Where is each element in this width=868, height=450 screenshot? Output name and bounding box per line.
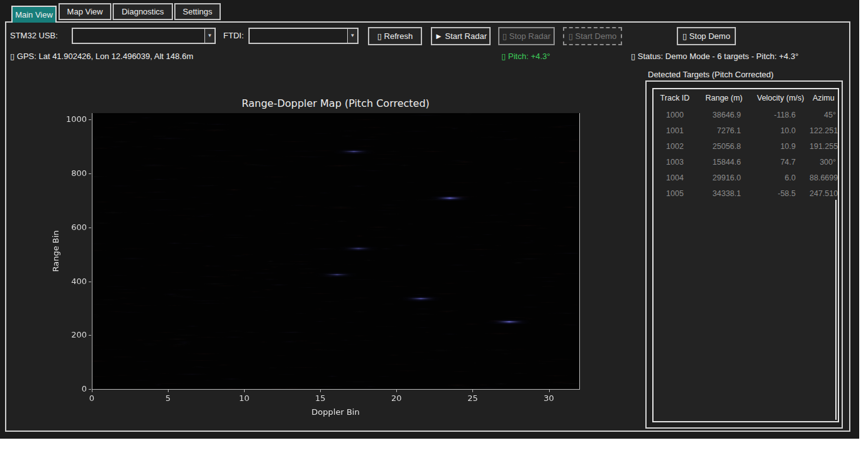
stop-radar-button[interactable]: ▯ Stop Radar <box>498 27 555 45</box>
tickmark <box>89 389 91 390</box>
table-cell: 34338.1 <box>696 189 752 198</box>
app-root: Main ViewMap ViewDiagnosticsSettings STM… <box>0 0 868 450</box>
table-cell: 10.0 <box>752 126 810 135</box>
table-cell: 1000 <box>654 111 696 119</box>
table-cell: 122.2510 <box>810 126 838 135</box>
pitch-status-text: ▯ Pitch: +4.3° <box>501 52 550 61</box>
detected-targets-table[interactable]: Track IDRange (m)Velocity (m/s)Azimu1000… <box>652 88 839 422</box>
tab-main-view[interactable]: Main View <box>11 6 57 23</box>
tick-label: 20 <box>384 393 409 403</box>
table-row[interactable]: 100315844.674.7300° <box>654 154 838 170</box>
x-axis-label: Doppler Bin <box>92 407 579 417</box>
table-cell: 15844.6 <box>696 158 752 167</box>
table-row[interactable]: 100429916.06.088.66998 <box>654 170 838 185</box>
column-header-track-id[interactable]: Track ID <box>654 94 696 102</box>
spine <box>92 113 92 389</box>
spine <box>579 113 580 390</box>
table-cell: 7276.1 <box>696 126 752 135</box>
tab-map-view[interactable]: Map View <box>58 3 111 20</box>
gps-status-text: ▯ GPS: Lat 41.902426, Lon 12.496039, Alt… <box>10 52 193 61</box>
table-row[interactable]: 10017276.110.0122.2510 <box>654 123 838 138</box>
table-cell: 1004 <box>654 173 696 182</box>
ftdi-label: FTDI: <box>223 31 244 40</box>
tickmark <box>89 335 91 336</box>
stop-demo-button[interactable]: ▯ Stop Demo <box>677 27 736 45</box>
tickmark <box>244 390 245 392</box>
tickmark <box>320 390 321 392</box>
table-cell: 88.66998 <box>810 173 838 182</box>
table-cell: 247.5104 <box>810 189 838 198</box>
table-cell: 300° <box>810 158 838 167</box>
start-radar-button[interactable]: ► Start Radar <box>431 27 491 45</box>
y-axis-label: Range Bin <box>51 220 60 283</box>
table-cell: 74.7 <box>752 158 810 167</box>
tick-label: 5 <box>155 393 181 403</box>
tick-label: 15 <box>308 393 333 403</box>
chevron-down-icon: ▼ <box>208 33 213 38</box>
chart-title: Range-Doppler Map (Pitch Corrected) <box>92 97 579 109</box>
table-cell: 25056.8 <box>696 142 752 151</box>
tickmark <box>89 119 91 120</box>
stm32-usb-label: STM32 USB: <box>10 31 58 40</box>
tick-label: 400 <box>60 277 87 286</box>
tick-label: 600 <box>60 222 87 232</box>
table-cell: 1005 <box>654 189 696 198</box>
tick-label: 200 <box>60 330 87 339</box>
table-row[interactable]: 100225056.810.9191.2552 <box>654 138 838 154</box>
tab-settings[interactable]: Settings <box>174 3 221 20</box>
column-header-velocity-m-s[interactable]: Velocity (m/s) <box>752 94 810 102</box>
tickmark <box>92 390 92 392</box>
table-cell: 6.0 <box>752 173 810 182</box>
chevron-down-icon: ▼ <box>350 33 355 38</box>
table-cell: 29916.0 <box>696 173 752 182</box>
demo-status-text: ▯ Status: Demo Mode - 6 targets - Pitch:… <box>631 52 798 61</box>
app-window: Main ViewMap ViewDiagnosticsSettings STM… <box>0 0 859 439</box>
tickmark <box>89 228 91 228</box>
column-header-range-m[interactable]: Range (m) <box>696 94 752 102</box>
table-header-row: Track IDRange (m)Velocity (m/s)Azimu <box>654 89 838 107</box>
start-demo-button[interactable]: ▯ Start Demo <box>563 27 622 45</box>
table-cell: -118.6 <box>752 111 810 119</box>
table-cell: 1001 <box>654 126 696 135</box>
table-cell: -58.5 <box>752 189 810 198</box>
table-cell: 1002 <box>654 142 696 151</box>
ftdi-combobox[interactable]: ▼ <box>248 28 359 44</box>
table-cell: 45° <box>810 111 838 119</box>
tick-label: 25 <box>460 393 485 403</box>
stm32-usb-combobox[interactable]: ▼ <box>72 28 216 44</box>
column-header-azimu[interactable]: Azimu <box>810 94 838 102</box>
tick-label: 0 <box>60 384 87 393</box>
stm32-usb-combobox-dropdown-button[interactable]: ▼ <box>204 29 214 43</box>
tick-label: 30 <box>537 393 562 403</box>
tickmark <box>472 390 473 392</box>
tickmark <box>549 390 550 392</box>
ftdi-combobox-dropdown-button[interactable]: ▼ <box>347 29 357 43</box>
table-scrollbar[interactable] <box>835 200 837 420</box>
tick-label: 0 <box>79 393 104 403</box>
range-doppler-heatmap <box>92 113 579 389</box>
tick-label: 1000 <box>60 114 87 124</box>
tick-label: 10 <box>231 393 257 403</box>
tickmark <box>89 173 91 174</box>
refresh-button[interactable]: ▯ Refresh <box>368 27 422 45</box>
tick-label: 800 <box>60 168 87 178</box>
table-row[interactable]: 100534338.1-58.5247.5104 <box>654 185 838 201</box>
table-row[interactable]: 100038646.9-118.645° <box>654 107 838 123</box>
tab-diagnostics[interactable]: Diagnostics <box>113 3 173 20</box>
heatmap-canvas <box>92 113 579 389</box>
table-cell: 1003 <box>654 158 696 167</box>
table-cell: 10.9 <box>752 142 810 151</box>
table-cell: 191.2552 <box>810 142 838 151</box>
tickmark <box>89 282 91 282</box>
detected-targets-caption: Detected Targets (Pitch Corrected) <box>648 70 774 79</box>
table-cell: 38646.9 <box>696 111 752 119</box>
spine <box>92 389 580 390</box>
tickmark <box>396 390 397 392</box>
tickmark <box>168 390 169 392</box>
